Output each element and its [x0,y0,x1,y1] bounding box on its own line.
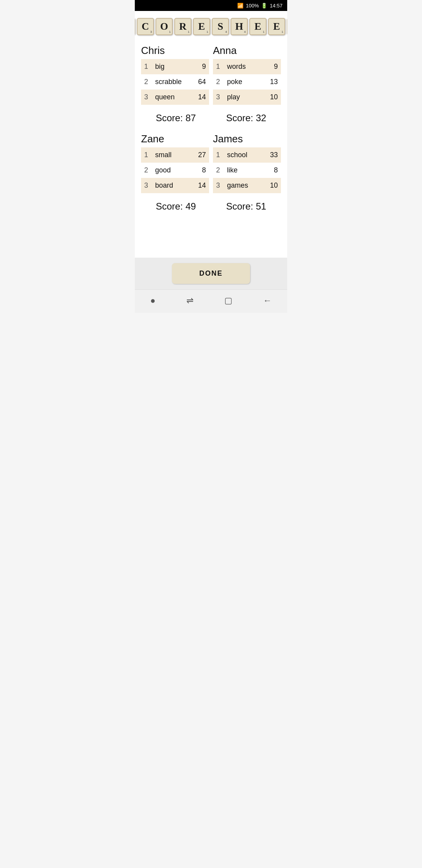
title-area: S1C3O1R1E1S4H4E1E1T1 [135,11,287,39]
row-num: 1 [213,147,224,163]
table-row: 3 play 10 [213,90,281,105]
top-players-grid: Chris 1 big 9 2 scrabble 64 3 queen 14 [141,39,281,105]
row-num: 1 [141,59,152,74]
row-score: 33 [261,147,281,163]
row-num: 3 [213,178,224,193]
row-word: board [152,178,188,193]
main-content: Chris 1 big 9 2 scrabble 64 3 queen 14 [135,39,287,258]
row-num: 3 [141,178,152,193]
chris-name: Chris [141,45,209,57]
row-score: 27 [188,147,209,163]
zane-total: Score: 49 [143,201,209,212]
row-num: 2 [141,163,152,178]
row-word: small [152,147,188,163]
row-word: school [224,147,261,163]
player-chris: Chris 1 big 9 2 scrabble 64 3 queen 14 [141,45,209,105]
bottom-totals: Score: 49 Score: 51 [141,201,281,212]
row-num: 2 [213,163,224,178]
row-num: 1 [141,147,152,163]
time: 14:57 [270,3,283,9]
title-tile: T1 [287,18,287,35]
james-table: 1 school 33 2 like 8 3 games 10 [213,147,281,193]
row-score: 8 [261,163,281,178]
title-tiles: S1C3O1R1E1S4H4E1E1T1 [135,18,287,35]
signal-icon: 📶 [237,3,243,9]
row-word: poke [224,74,260,90]
row-word: queen [152,90,192,105]
table-row: 1 big 9 [141,59,209,74]
row-word: scrabble [152,74,192,90]
done-area: DONE [135,258,287,289]
title-tile: S4 [212,18,229,35]
row-score: 8 [188,163,209,178]
table-row: 2 good 8 [141,163,209,178]
row-word: play [224,90,260,105]
table-row: 1 small 27 [141,147,209,163]
title-tile: H4 [231,18,248,35]
row-num: 3 [141,90,152,105]
row-score: 10 [261,178,281,193]
row-num: 1 [213,59,224,74]
title-tile: R1 [174,18,191,35]
status-bar: 📶 100% 🔋 14:57 [135,0,287,11]
row-score: 14 [188,178,209,193]
back-icon[interactable]: ← [263,296,272,306]
top-totals: Score: 87 Score: 32 [141,113,281,124]
row-word: words [224,59,260,74]
row-score: 9 [192,59,209,74]
table-row: 3 queen 14 [141,90,209,105]
square-icon[interactable]: ▢ [224,296,232,306]
title-tile: O1 [156,18,173,35]
table-row: 3 board 14 [141,178,209,193]
row-score: 64 [192,74,209,90]
james-total: Score: 51 [213,201,279,212]
row-word: good [152,163,188,178]
chris-total: Score: 87 [143,113,209,124]
row-num: 3 [213,90,224,105]
table-row: 1 school 33 [213,147,281,163]
battery-icon: 🔋 [261,3,267,9]
row-score: 14 [192,90,209,105]
row-score: 9 [260,59,281,74]
done-button[interactable]: DONE [172,263,250,284]
row-word: games [224,178,261,193]
bottom-players-grid: Zane 1 small 27 2 good 8 3 board 14 [141,127,281,193]
row-word: big [152,59,192,74]
zane-name: Zane [141,133,209,145]
table-row: 2 poke 13 [213,74,281,90]
title-tile: E1 [193,18,210,35]
title-tile: E1 [249,18,266,35]
row-num: 2 [141,74,152,90]
table-row: 3 games 10 [213,178,281,193]
home-icon[interactable]: ● [150,296,155,306]
table-row: 1 words 9 [213,59,281,74]
table-row: 2 scrabble 64 [141,74,209,90]
james-name: James [213,133,281,145]
chris-table: 1 big 9 2 scrabble 64 3 queen 14 [141,59,209,105]
anna-table: 1 words 9 2 poke 13 3 play 10 [213,59,281,105]
row-score: 10 [260,90,281,105]
title-tile: E1 [268,18,285,35]
anna-name: Anna [213,45,281,57]
title-tile: C3 [137,18,154,35]
menu-icon[interactable]: ⇌ [186,296,193,306]
zane-table: 1 small 27 2 good 8 3 board 14 [141,147,209,193]
row-score: 13 [260,74,281,90]
anna-total: Score: 32 [213,113,279,124]
row-num: 2 [213,74,224,90]
player-zane: Zane 1 small 27 2 good 8 3 board 14 [141,133,209,193]
title-tile: S1 [135,18,135,35]
battery-percent: 100% [246,3,259,9]
row-word: like [224,163,261,178]
player-anna: Anna 1 words 9 2 poke 13 3 play 10 [213,45,281,105]
table-row: 2 like 8 [213,163,281,178]
player-james: James 1 school 33 2 like 8 3 games 10 [213,133,281,193]
bottom-nav: ● ⇌ ▢ ← [135,289,287,313]
